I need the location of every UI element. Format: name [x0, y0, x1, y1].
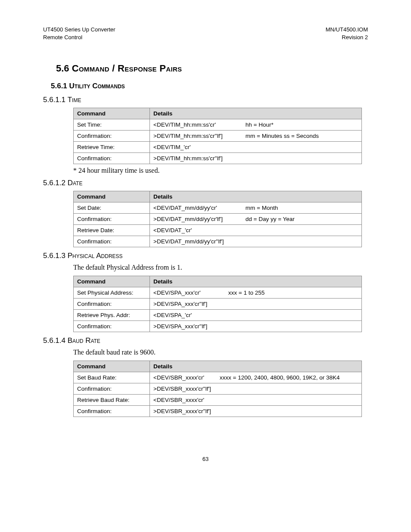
table-row: Confirmation: >DEV/TIM_hh:mm:ss'cr''lf']: [74, 153, 362, 164]
time-title: Time: [68, 96, 81, 104]
cmd-cell: Set Date:: [74, 202, 150, 214]
baud-intro: The default baud rate is 9600.: [73, 348, 368, 356]
th-details: Details: [150, 108, 362, 119]
legend: mm = Minutes ss = Seconds: [246, 133, 319, 139]
detail-cell: <DEV/TIM_hh:mm:ss'cr' hh = Hour*: [150, 119, 362, 131]
doc-title-1: UT4500 Series Up Converter: [43, 26, 115, 34]
table-header-row: Command Details: [74, 191, 362, 202]
doc-title-2: Remote Control: [43, 34, 115, 41]
table-row: Retrieve Date: <DEV/DAT_'cr': [74, 225, 362, 236]
table-header-row: Command Details: [74, 276, 362, 287]
section-number: 5.6: [56, 63, 69, 74]
th-command: Command: [74, 361, 150, 372]
detail-cell: >DEV/DAT_mm/dd/yy'cr''lf']: [150, 236, 362, 247]
legend: hh = Hour*: [246, 121, 274, 128]
table-row: Set Time: <DEV/TIM_hh:mm:ss'cr' hh = Hou…: [74, 119, 362, 131]
cmd-cell: Confirmation:: [74, 383, 150, 395]
baud-number: 5.6.1.4: [43, 336, 65, 345]
th-details: Details: [150, 361, 362, 372]
detail-cell: <DEV/SBR_xxxx'cr' xxxx = 1200, 2400, 480…: [150, 372, 362, 383]
table-row: Set Physical Address: <DEV/SPA_xxx'cr' x…: [74, 287, 362, 299]
syntax: >DEV/DAT_mm/dd/yy'cr'lf']: [153, 216, 231, 222]
baud-title: Baud Rate: [68, 336, 100, 345]
table-row: Confirmation: >DEV/TIM_hh:mm:ss'cr''lf']…: [74, 131, 362, 142]
time-table: Command Details Set Time: <DEV/TIM_hh:mm…: [73, 108, 362, 164]
cmd-cell: Confirmation:: [74, 236, 150, 247]
detail-cell: >DEV/SBR_xxxx'cr''lf']: [150, 406, 362, 417]
cmd-cell: Confirmation:: [74, 299, 150, 310]
table-row: Set Baud Rate: <DEV/SBR_xxxx'cr' xxxx = …: [74, 372, 362, 383]
legend: dd = Day yy = Year: [246, 216, 295, 222]
cmd-cell: Retrieve Phys. Addr:: [74, 310, 150, 321]
th-command: Command: [74, 108, 150, 119]
syntax: <DEV/DAT_mm/dd/yy'cr': [153, 205, 231, 211]
cmd-cell: Set Time:: [74, 119, 150, 131]
page-number: 63: [43, 456, 368, 462]
physaddr-number: 5.6.1.3: [43, 252, 65, 260]
detail-cell: >DEV/SBR_xxxx'cr''lf']: [150, 383, 362, 395]
table-row: Retrieve Baud Rate: <DEV/SBR_xxxx'cr': [74, 395, 362, 406]
legend: mm = Month: [246, 205, 278, 211]
detail-cell: <DEV/SBR_xxxx'cr': [150, 395, 362, 406]
syntax: <DEV/SBR_xxxx'cr': [153, 374, 214, 381]
table-header-row: Command Details: [74, 361, 362, 372]
cmd-cell: Retrieve Date:: [74, 225, 150, 236]
date-number: 5.6.1.2: [43, 179, 65, 187]
doc-revision: Revision 2: [326, 34, 368, 41]
section-heading: 5.6 Command / Response Pairs: [56, 63, 368, 74]
syntax: <DEV/TIM_hh:mm:ss'cr': [153, 121, 231, 128]
th-details: Details: [150, 276, 362, 287]
table-header-row: Command Details: [74, 108, 362, 119]
cmd-cell: Confirmation:: [74, 406, 150, 417]
date-title: Date: [68, 179, 83, 187]
physaddr-intro: The default Physical Address from is 1.: [73, 264, 368, 271]
doc-code: MN/UT4500.IOM: [326, 26, 368, 34]
table-row: Retrieve Time: <DEV/TIM_'cr': [74, 142, 362, 153]
table-row: Confirmation: >DEV/SPA_xxx'cr''lf']: [74, 299, 362, 310]
header-left: UT4500 Series Up Converter Remote Contro…: [43, 26, 115, 41]
table-row: Retrieve Phys. Addr: <DEV/SPA_'cr': [74, 310, 362, 321]
syntax: <DEV/SPA_xxx'cr': [153, 289, 214, 296]
physaddr-table: Command Details Set Physical Address: <D…: [73, 276, 362, 332]
syntax: >DEV/TIM_hh:mm:ss'cr''lf']: [153, 133, 231, 139]
detail-cell: <DEV/SPA_'cr': [150, 310, 362, 321]
table-row: Confirmation: >DEV/SPA_xxx'cr''lf']: [74, 321, 362, 332]
physaddr-heading: 5.6.1.3 Physical Address: [43, 252, 368, 260]
detail-cell: >DEV/DAT_mm/dd/yy'cr'lf'] dd = Day yy = …: [150, 214, 362, 225]
baud-table: Command Details Set Baud Rate: <DEV/SBR_…: [73, 361, 362, 417]
detail-cell: <DEV/DAT_mm/dd/yy'cr' mm = Month: [150, 202, 362, 214]
page-header: UT4500 Series Up Converter Remote Contro…: [43, 26, 368, 41]
physaddr-title: Physical Address: [68, 252, 123, 260]
table-row: Confirmation: >DEV/DAT_mm/dd/yy'cr'lf'] …: [74, 214, 362, 225]
header-right: MN/UT4500.IOM Revision 2: [326, 26, 368, 41]
detail-cell: >DEV/TIM_hh:mm:ss'cr''lf'] mm = Minutes …: [150, 131, 362, 142]
table-row: Confirmation: >DEV/DAT_mm/dd/yy'cr''lf']: [74, 236, 362, 247]
subsection-title: Utility Commands: [69, 82, 125, 90]
section-title: Command / Response Pairs: [72, 63, 182, 74]
cmd-cell: Set Physical Address:: [74, 287, 150, 299]
date-table: Command Details Set Date: <DEV/DAT_mm/dd…: [73, 191, 362, 247]
table-row: Confirmation: >DEV/SBR_xxxx'cr''lf']: [74, 383, 362, 395]
cmd-cell: Confirmation:: [74, 153, 150, 164]
table-row: Confirmation: >DEV/SBR_xxxx'cr''lf']: [74, 406, 362, 417]
cmd-cell: Confirmation:: [74, 321, 150, 332]
detail-cell: <DEV/SPA_xxx'cr' xxx = 1 to 255: [150, 287, 362, 299]
cmd-cell: Confirmation:: [74, 131, 150, 142]
th-command: Command: [74, 191, 150, 202]
cmd-cell: Retrieve Time:: [74, 142, 150, 153]
subsection-heading: 5.6.1 Utility Commands: [51, 82, 368, 90]
detail-cell: <DEV/TIM_'cr': [150, 142, 362, 153]
time-heading: 5.6.1.1 Time: [43, 96, 368, 104]
legend: xxx = 1 to 255: [228, 289, 265, 296]
cmd-cell: Retrieve Baud Rate:: [74, 395, 150, 406]
detail-cell: >DEV/TIM_hh:mm:ss'cr''lf']: [150, 153, 362, 164]
date-heading: 5.6.1.2 Date: [43, 179, 368, 187]
legend: xxxx = 1200, 2400, 4800, 9600, 19K2, or …: [220, 374, 340, 381]
cmd-cell: Set Baud Rate:: [74, 372, 150, 383]
baud-heading: 5.6.1.4 Baud Rate: [43, 336, 368, 345]
subsection-number: 5.6.1: [51, 82, 67, 90]
th-command: Command: [74, 276, 150, 287]
detail-cell: <DEV/DAT_'cr': [150, 225, 362, 236]
cmd-cell: Confirmation:: [74, 214, 150, 225]
table-row: Set Date: <DEV/DAT_mm/dd/yy'cr' mm = Mon…: [74, 202, 362, 214]
